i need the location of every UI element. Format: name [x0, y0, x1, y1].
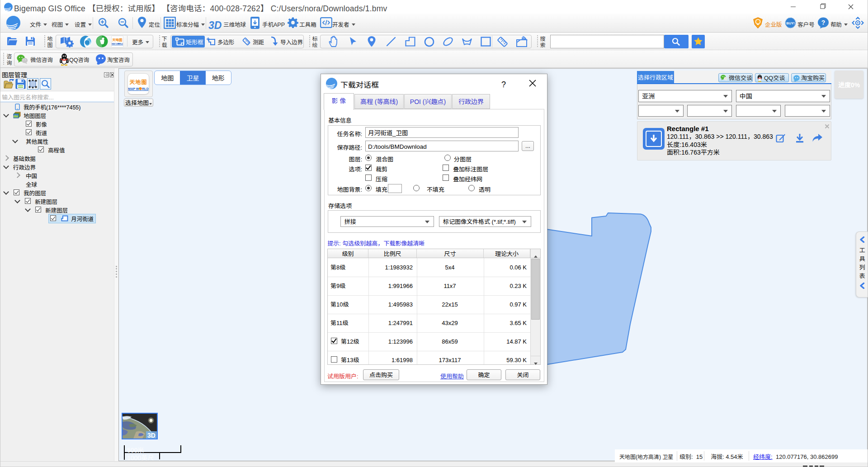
svg-text:BUY!: BUY!: [786, 20, 794, 25]
svg-text:?: ?: [821, 18, 826, 27]
